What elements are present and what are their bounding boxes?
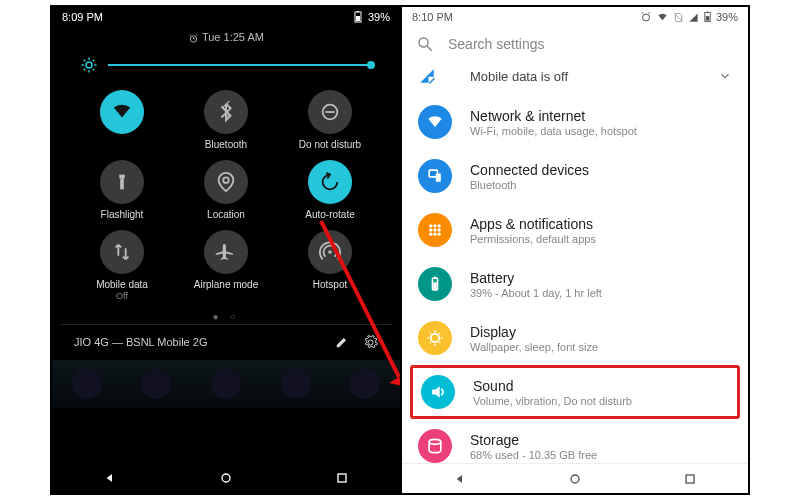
svg-point-11 [222, 474, 230, 482]
settings-item-apps[interactable]: Apps & notificationsPermissions, default… [402, 203, 748, 257]
edit-icon[interactable] [335, 335, 349, 349]
svg-point-4 [86, 62, 92, 68]
svg-point-28 [433, 228, 436, 231]
svg-point-38 [571, 475, 579, 483]
tile-label: Do not disturb [299, 139, 361, 150]
svg-rect-7 [119, 174, 125, 178]
svg-rect-18 [706, 16, 710, 21]
item-subtitle: Bluetooth [470, 179, 589, 191]
chevron-down-icon [718, 69, 732, 83]
tile-label: Hotspot [313, 279, 347, 290]
qs-tile-wifi[interactable] [70, 90, 174, 150]
recents-button[interactable] [334, 470, 350, 486]
svg-rect-8 [120, 178, 124, 189]
home-button[interactable] [567, 471, 583, 487]
qs-tile-airplane[interactable]: Airplane mode [174, 230, 278, 301]
display-icon [418, 321, 452, 355]
svg-point-9 [223, 177, 229, 183]
signal-icon [688, 12, 699, 23]
back-button[interactable] [102, 470, 118, 486]
search-icon [416, 35, 434, 53]
item-title: Storage [470, 432, 597, 448]
mobile-data-banner[interactable]: Mobile data is off [402, 57, 748, 95]
svg-point-26 [438, 224, 441, 227]
settings-item-sound[interactable]: SoundVolume, vibration, Do not disturb [410, 365, 740, 419]
back-button[interactable] [452, 471, 468, 487]
qs-tile-hotspot[interactable]: Hotspot [278, 230, 382, 301]
wifi-icon [656, 12, 669, 23]
alarm-row[interactable]: Tue 1:25 AM [60, 31, 392, 44]
svg-rect-12 [338, 474, 346, 482]
gear-icon[interactable] [363, 335, 378, 350]
nav-bar [402, 463, 748, 493]
tile-label: Location [207, 209, 245, 220]
banner-text: Mobile data is off [470, 69, 700, 84]
svg-point-30 [429, 233, 432, 236]
tile-label: Airplane mode [194, 279, 258, 290]
airplane-icon [215, 241, 237, 263]
item-subtitle: 39% - About 1 day, 1 hr left [470, 287, 602, 299]
item-subtitle: Permissions, default apps [470, 233, 596, 245]
search-placeholder: Search settings [448, 36, 545, 52]
home-dock-blurred [52, 360, 400, 408]
dnd-icon [319, 101, 341, 123]
svg-point-32 [438, 233, 441, 236]
status-time: 8:10 PM [412, 11, 453, 23]
alarm-icon [188, 33, 199, 44]
battery-icon [418, 267, 452, 301]
settings-list: Network & internetWi-Fi, mobile, data us… [402, 95, 748, 473]
search-row[interactable]: Search settings [416, 35, 734, 53]
qs-tile-bluetooth[interactable]: Bluetooth [174, 90, 278, 150]
tile-label: Flashlight [101, 209, 144, 220]
brightness-icon [80, 56, 98, 74]
svg-rect-2 [356, 16, 360, 21]
svg-point-36 [431, 334, 439, 342]
svg-point-19 [419, 38, 428, 47]
item-subtitle: 68% used - 10.35 GB free [470, 449, 597, 461]
svg-point-10 [328, 250, 332, 254]
svg-rect-39 [686, 475, 694, 483]
qs-tile-location[interactable]: Location [174, 160, 278, 220]
qs-tile-mobiledata[interactable]: Mobile dataOff [70, 230, 174, 301]
settings-item-wifi[interactable]: Network & internetWi-Fi, mobile, data us… [402, 95, 748, 149]
page-indicator: ● ○ [60, 311, 392, 322]
svg-point-31 [433, 233, 436, 236]
wifi-icon [418, 105, 452, 139]
mobiledata-icon [111, 241, 133, 263]
brightness-track[interactable] [108, 64, 372, 66]
settings-item-devices[interactable]: Connected devicesBluetooth [402, 149, 748, 203]
brightness-slider[interactable] [60, 44, 392, 80]
svg-rect-1 [357, 11, 359, 12]
qs-tile-rotate[interactable]: Auto-rotate [278, 160, 382, 220]
carrier-text: JIO 4G — BSNL Mobile 2G [74, 336, 207, 348]
recents-button[interactable] [682, 471, 698, 487]
status-bar: 8:09 PM 39% [52, 7, 400, 27]
rotate-icon [319, 171, 341, 193]
svg-rect-34 [434, 277, 436, 279]
item-subtitle: Wi-Fi, mobile, data usage, hotspot [470, 125, 637, 137]
item-title: Connected devices [470, 162, 589, 178]
status-battery: 39% [716, 11, 738, 23]
flashlight-icon [111, 171, 133, 193]
settings-item-battery[interactable]: Battery39% - About 1 day, 1 hr left [402, 257, 748, 311]
quick-settings-panel: Tue 1:25 AM BluetoothDo not disturbFlash… [60, 31, 392, 360]
item-title: Network & internet [470, 108, 637, 124]
phone-settings-app: 8:10 PM 39% Search settings Mobile data … [400, 7, 748, 493]
qs-tile-flashlight[interactable]: Flashlight [70, 160, 174, 220]
svg-line-20 [427, 46, 432, 51]
apps-icon [418, 213, 452, 247]
svg-point-24 [429, 224, 432, 227]
home-button[interactable] [218, 470, 234, 486]
item-subtitle: Volume, vibration, Do not disturb [473, 395, 632, 407]
location-icon [215, 171, 237, 193]
alarm-text: Tue 1:25 AM [202, 31, 264, 43]
settings-item-display[interactable]: DisplayWallpaper, sleep, font size [402, 311, 748, 365]
tile-label: Mobile data [96, 279, 148, 290]
status-battery: 39% [368, 11, 390, 23]
nav-bar [52, 463, 400, 493]
qs-tile-dnd[interactable]: Do not disturb [278, 90, 382, 150]
status-bar: 8:10 PM 39% [402, 7, 748, 27]
storage-icon [418, 429, 452, 463]
bluetooth-icon [215, 101, 237, 123]
item-title: Display [470, 324, 598, 340]
